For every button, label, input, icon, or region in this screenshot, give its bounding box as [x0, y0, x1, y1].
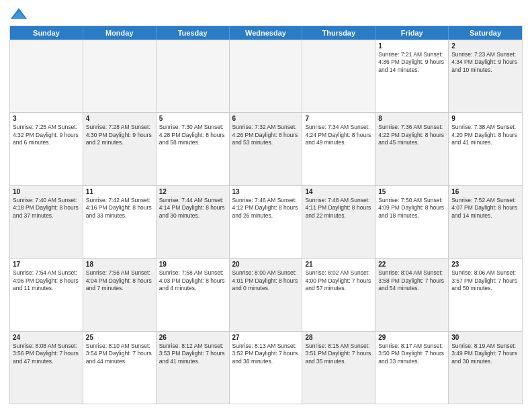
cell-content: Sunrise: 8:13 AM Sunset: 3:52 PM Dayligh…: [232, 342, 300, 365]
calendar-row-1: 1Sunrise: 7:21 AM Sunset: 4:36 PM Daylig…: [10, 40, 522, 112]
cell-content: Sunrise: 7:48 AM Sunset: 4:11 PM Dayligh…: [305, 197, 372, 220]
header: [9, 7, 523, 21]
calendar-cell: [10, 40, 83, 112]
logo-icon: [9, 7, 28, 21]
cell-content: Sunrise: 8:00 AM Sunset: 4:01 PM Dayligh…: [232, 269, 300, 292]
day-number: 3: [13, 115, 80, 122]
cell-content: Sunrise: 7:25 AM Sunset: 4:32 PM Dayligh…: [13, 124, 80, 146]
day-number: 4: [86, 115, 153, 122]
calendar-cell: 10Sunrise: 7:40 AM Sunset: 4:18 PM Dayli…: [10, 186, 83, 258]
cell-content: Sunrise: 7:50 AM Sunset: 4:09 PM Dayligh…: [378, 197, 445, 220]
calendar-cell: 9Sunrise: 7:38 AM Sunset: 4:20 PM Daylig…: [449, 113, 522, 185]
calendar-cell: 25Sunrise: 8:10 AM Sunset: 3:54 PM Dayli…: [83, 332, 157, 404]
day-number: 26: [159, 334, 226, 341]
cell-content: Sunrise: 8:19 AM Sunset: 3:49 PM Dayligh…: [451, 342, 519, 365]
cell-content: Sunrise: 7:56 AM Sunset: 4:04 PM Dayligh…: [86, 269, 153, 292]
calendar-cell: 29Sunrise: 8:17 AM Sunset: 3:50 PM Dayli…: [375, 332, 449, 404]
calendar-cell: 17Sunrise: 7:54 AM Sunset: 4:06 PM Dayli…: [10, 259, 83, 330]
page: SundayMondayTuesdayWednesdayThursdayFrid…: [0, 0, 532, 411]
calendar-cell: 19Sunrise: 7:58 AM Sunset: 4:03 PM Dayli…: [157, 259, 230, 330]
day-number: 21: [305, 261, 372, 268]
calendar-cell: [302, 40, 375, 112]
day-number: 28: [305, 334, 372, 341]
calendar-cell: 30Sunrise: 8:19 AM Sunset: 3:49 PM Dayli…: [449, 332, 522, 404]
calendar-cell: 4Sunrise: 7:28 AM Sunset: 4:30 PM Daylig…: [83, 113, 157, 185]
calendar-cell: 23Sunrise: 8:06 AM Sunset: 3:57 PM Dayli…: [449, 259, 522, 330]
day-number: 6: [232, 115, 300, 122]
day-number: 15: [378, 188, 445, 195]
day-number: 22: [378, 261, 445, 268]
cell-content: Sunrise: 7:36 AM Sunset: 4:22 PM Dayligh…: [378, 124, 445, 146]
header-day-monday: Monday: [83, 26, 157, 40]
calendar-cell: 7Sunrise: 7:34 AM Sunset: 4:24 PM Daylig…: [302, 113, 375, 185]
calendar-cell: [230, 40, 303, 112]
day-number: 8: [378, 115, 445, 122]
cell-content: Sunrise: 7:58 AM Sunset: 4:03 PM Dayligh…: [159, 269, 226, 292]
day-number: 2: [451, 42, 519, 50]
calendar-cell: 11Sunrise: 7:42 AM Sunset: 4:16 PM Dayli…: [83, 186, 157, 258]
cell-content: Sunrise: 7:42 AM Sunset: 4:16 PM Dayligh…: [86, 197, 153, 220]
header-day-wednesday: Wednesday: [230, 26, 303, 40]
cell-content: Sunrise: 8:02 AM Sunset: 4:00 PM Dayligh…: [305, 269, 372, 292]
cell-content: Sunrise: 7:44 AM Sunset: 4:14 PM Dayligh…: [159, 197, 226, 220]
calendar-row-2: 3Sunrise: 7:25 AM Sunset: 4:32 PM Daylig…: [10, 112, 522, 185]
day-number: 27: [232, 334, 300, 341]
cell-content: Sunrise: 7:28 AM Sunset: 4:30 PM Dayligh…: [86, 124, 153, 146]
header-day-friday: Friday: [375, 26, 449, 40]
calendar-header: SundayMondayTuesdayWednesdayThursdayFrid…: [10, 26, 522, 40]
calendar-cell: 14Sunrise: 7:48 AM Sunset: 4:11 PM Dayli…: [302, 186, 375, 258]
day-number: 7: [305, 115, 372, 122]
day-number: 30: [451, 334, 519, 341]
cell-content: Sunrise: 8:08 AM Sunset: 3:56 PM Dayligh…: [13, 342, 80, 365]
calendar-row-5: 24Sunrise: 8:08 AM Sunset: 3:56 PM Dayli…: [10, 331, 522, 404]
calendar-cell: 5Sunrise: 7:30 AM Sunset: 4:28 PM Daylig…: [157, 113, 230, 185]
calendar-cell: 8Sunrise: 7:36 AM Sunset: 4:22 PM Daylig…: [375, 113, 449, 185]
day-number: 12: [159, 188, 226, 195]
day-number: 19: [159, 261, 226, 268]
calendar-cell: 18Sunrise: 7:56 AM Sunset: 4:04 PM Dayli…: [83, 259, 157, 330]
day-number: 29: [378, 334, 445, 341]
header-day-saturday: Saturday: [449, 26, 522, 40]
cell-content: Sunrise: 8:15 AM Sunset: 3:51 PM Dayligh…: [305, 342, 372, 365]
calendar-cell: 27Sunrise: 8:13 AM Sunset: 3:52 PM Dayli…: [230, 332, 303, 404]
header-day-thursday: Thursday: [302, 26, 375, 40]
calendar-cell: 26Sunrise: 8:12 AM Sunset: 3:53 PM Dayli…: [157, 332, 230, 404]
calendar-cell: 1Sunrise: 7:21 AM Sunset: 4:36 PM Daylig…: [375, 40, 449, 112]
day-number: 10: [13, 188, 80, 195]
day-number: 14: [305, 188, 372, 195]
cell-content: Sunrise: 7:30 AM Sunset: 4:28 PM Dayligh…: [159, 124, 226, 146]
day-number: 20: [232, 261, 300, 268]
calendar-cell: 24Sunrise: 8:08 AM Sunset: 3:56 PM Dayli…: [10, 332, 83, 404]
day-number: 16: [451, 188, 519, 195]
cell-content: Sunrise: 7:32 AM Sunset: 4:26 PM Dayligh…: [232, 124, 300, 146]
day-number: 23: [451, 261, 519, 268]
day-number: 1: [378, 42, 445, 50]
calendar-cell: 22Sunrise: 8:04 AM Sunset: 3:58 PM Dayli…: [375, 259, 449, 330]
calendar-cell: 3Sunrise: 7:25 AM Sunset: 4:32 PM Daylig…: [10, 113, 83, 185]
day-number: 9: [451, 115, 519, 122]
calendar-cell: 2Sunrise: 7:23 AM Sunset: 4:34 PM Daylig…: [449, 40, 522, 112]
cell-content: Sunrise: 7:46 AM Sunset: 4:12 PM Dayligh…: [232, 197, 300, 220]
calendar-cell: 28Sunrise: 8:15 AM Sunset: 3:51 PM Dayli…: [302, 332, 375, 404]
day-number: 5: [159, 115, 226, 122]
cell-content: Sunrise: 7:40 AM Sunset: 4:18 PM Dayligh…: [13, 197, 80, 220]
cell-content: Sunrise: 7:54 AM Sunset: 4:06 PM Dayligh…: [13, 269, 80, 292]
cell-content: Sunrise: 7:38 AM Sunset: 4:20 PM Dayligh…: [451, 124, 519, 146]
cell-content: Sunrise: 7:21 AM Sunset: 4:36 PM Dayligh…: [378, 51, 445, 74]
cell-content: Sunrise: 8:17 AM Sunset: 3:50 PM Dayligh…: [378, 342, 445, 365]
calendar-cell: 20Sunrise: 8:00 AM Sunset: 4:01 PM Dayli…: [230, 259, 303, 330]
calendar-row-3: 10Sunrise: 7:40 AM Sunset: 4:18 PM Dayli…: [10, 185, 522, 258]
calendar: SundayMondayTuesdayWednesdayThursdayFrid…: [9, 26, 523, 404]
calendar-cell: 13Sunrise: 7:46 AM Sunset: 4:12 PM Dayli…: [230, 186, 303, 258]
cell-content: Sunrise: 8:04 AM Sunset: 3:58 PM Dayligh…: [378, 269, 445, 292]
cell-content: Sunrise: 7:52 AM Sunset: 4:07 PM Dayligh…: [451, 197, 519, 220]
calendar-cell: [157, 40, 230, 112]
cell-content: Sunrise: 8:12 AM Sunset: 3:53 PM Dayligh…: [159, 342, 226, 365]
calendar-cell: 12Sunrise: 7:44 AM Sunset: 4:14 PM Dayli…: [157, 186, 230, 258]
cell-content: Sunrise: 7:23 AM Sunset: 4:34 PM Dayligh…: [451, 51, 519, 74]
calendar-cell: 6Sunrise: 7:32 AM Sunset: 4:26 PM Daylig…: [230, 113, 303, 185]
day-number: 11: [86, 188, 153, 195]
header-day-sunday: Sunday: [10, 26, 83, 40]
calendar-cell: [83, 40, 157, 112]
day-number: 24: [13, 334, 80, 341]
